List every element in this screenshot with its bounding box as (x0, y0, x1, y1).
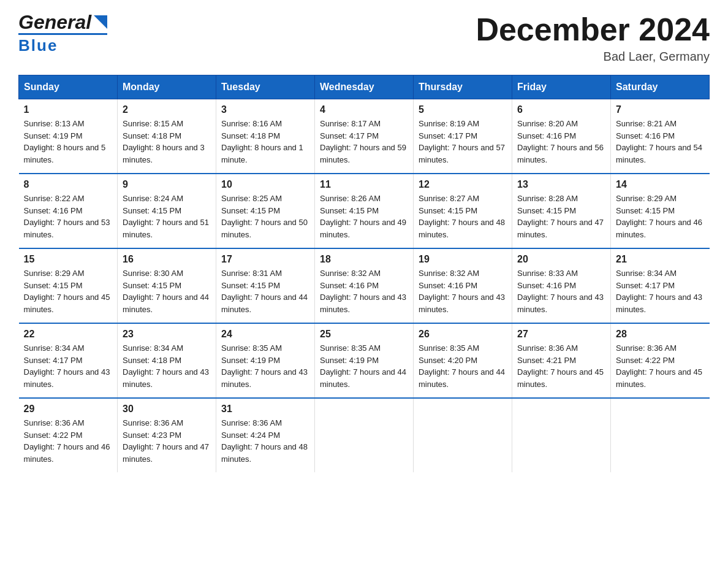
day-cell: 3Sunrise: 8:16 AMSunset: 4:18 PMDaylight… (216, 99, 315, 174)
header-sunday: Sunday (19, 75, 118, 99)
day-number: 17 (221, 254, 309, 265)
day-number: 29 (24, 404, 113, 415)
day-cell: 31Sunrise: 8:36 AMSunset: 4:24 PMDayligh… (216, 398, 315, 472)
day-info: Sunrise: 8:15 AMSunset: 4:18 PMDaylight:… (123, 118, 211, 166)
day-cell: 22Sunrise: 8:34 AMSunset: 4:17 PMDayligh… (19, 323, 118, 398)
day-cell: 2Sunrise: 8:15 AMSunset: 4:18 PMDaylight… (118, 99, 216, 174)
day-info: Sunrise: 8:36 AMSunset: 4:21 PMDaylight:… (517, 342, 605, 390)
day-cell (315, 398, 414, 472)
week-row-5: 29Sunrise: 8:36 AMSunset: 4:22 PMDayligh… (19, 398, 710, 472)
day-info: Sunrise: 8:20 AMSunset: 4:16 PMDaylight:… (517, 118, 605, 166)
day-cell: 11Sunrise: 8:26 AMSunset: 4:15 PMDayligh… (315, 174, 414, 248)
page-header: General Blue December 2024 Bad Laer, Ger… (18, 12, 710, 64)
day-number: 21 (616, 254, 705, 265)
day-number: 9 (123, 179, 211, 190)
day-info: Sunrise: 8:26 AMSunset: 4:15 PMDaylight:… (320, 193, 408, 240)
day-cell (512, 398, 611, 472)
day-number: 10 (221, 179, 309, 190)
day-cell: 5Sunrise: 8:19 AMSunset: 4:17 PMDaylight… (414, 99, 512, 174)
day-cell: 7Sunrise: 8:21 AMSunset: 4:16 PMDaylight… (611, 99, 710, 174)
day-number: 25 (320, 329, 408, 340)
day-number: 31 (221, 404, 309, 415)
day-cell: 6Sunrise: 8:20 AMSunset: 4:16 PMDaylight… (512, 99, 611, 174)
day-number: 24 (221, 329, 309, 340)
day-cell: 30Sunrise: 8:36 AMSunset: 4:23 PMDayligh… (118, 398, 216, 472)
header-tuesday: Tuesday (216, 75, 315, 99)
day-cell: 29Sunrise: 8:36 AMSunset: 4:22 PMDayligh… (19, 398, 118, 472)
day-info: Sunrise: 8:24 AMSunset: 4:15 PMDaylight:… (123, 193, 211, 240)
calendar-table: SundayMondayTuesdayWednesdayThursdayFrid… (18, 75, 710, 472)
day-cell: 28Sunrise: 8:36 AMSunset: 4:22 PMDayligh… (611, 323, 710, 398)
month-title: December 2024 (476, 12, 710, 47)
day-info: Sunrise: 8:28 AMSunset: 4:15 PMDaylight:… (517, 193, 605, 240)
day-number: 18 (320, 254, 408, 265)
header-saturday: Saturday (611, 75, 710, 99)
title-block: December 2024 Bad Laer, Germany (476, 12, 710, 64)
day-cell: 1Sunrise: 8:13 AMSunset: 4:19 PMDaylight… (19, 99, 118, 174)
day-number: 22 (24, 329, 113, 340)
day-info: Sunrise: 8:25 AMSunset: 4:15 PMDaylight:… (221, 193, 309, 240)
day-cell: 23Sunrise: 8:34 AMSunset: 4:18 PMDayligh… (118, 323, 216, 398)
day-info: Sunrise: 8:34 AMSunset: 4:17 PMDaylight:… (24, 342, 113, 390)
day-info: Sunrise: 8:22 AMSunset: 4:16 PMDaylight:… (24, 193, 113, 240)
day-number: 5 (419, 104, 507, 115)
day-number: 23 (123, 329, 211, 340)
day-number: 30 (123, 404, 211, 415)
day-number: 6 (517, 104, 605, 115)
header-friday: Friday (512, 75, 611, 99)
logo-blue: Blue (18, 36, 58, 55)
day-number: 7 (616, 104, 705, 115)
day-cell: 12Sunrise: 8:27 AMSunset: 4:15 PMDayligh… (414, 174, 512, 248)
day-cell: 21Sunrise: 8:34 AMSunset: 4:17 PMDayligh… (611, 248, 710, 323)
day-cell: 18Sunrise: 8:32 AMSunset: 4:16 PMDayligh… (315, 248, 414, 323)
logo-general: General (18, 12, 91, 32)
day-cell: 24Sunrise: 8:35 AMSunset: 4:19 PMDayligh… (216, 323, 315, 398)
day-info: Sunrise: 8:32 AMSunset: 4:16 PMDaylight:… (419, 267, 507, 315)
day-cell: 10Sunrise: 8:25 AMSunset: 4:15 PMDayligh… (216, 174, 315, 248)
day-number: 3 (221, 104, 309, 115)
header-monday: Monday (118, 75, 216, 99)
day-number: 2 (123, 104, 211, 115)
day-cell: 26Sunrise: 8:35 AMSunset: 4:20 PMDayligh… (414, 323, 512, 398)
day-number: 16 (123, 254, 211, 265)
day-cell: 27Sunrise: 8:36 AMSunset: 4:21 PMDayligh… (512, 323, 611, 398)
day-cell: 14Sunrise: 8:29 AMSunset: 4:15 PMDayligh… (611, 174, 710, 248)
day-number: 8 (24, 179, 113, 190)
logo-divider (18, 33, 107, 35)
day-info: Sunrise: 8:34 AMSunset: 4:18 PMDaylight:… (123, 342, 211, 390)
day-cell: 17Sunrise: 8:31 AMSunset: 4:15 PMDayligh… (216, 248, 315, 323)
logo-flag-icon (94, 15, 107, 29)
day-number: 1 (24, 104, 113, 115)
header-wednesday: Wednesday (315, 75, 414, 99)
day-info: Sunrise: 8:13 AMSunset: 4:19 PMDaylight:… (24, 118, 113, 166)
day-cell: 16Sunrise: 8:30 AMSunset: 4:15 PMDayligh… (118, 248, 216, 323)
day-number: 15 (24, 254, 113, 265)
day-info: Sunrise: 8:36 AMSunset: 4:22 PMDaylight:… (616, 342, 705, 390)
day-info: Sunrise: 8:33 AMSunset: 4:16 PMDaylight:… (517, 267, 605, 315)
day-cell: 9Sunrise: 8:24 AMSunset: 4:15 PMDaylight… (118, 174, 216, 248)
day-info: Sunrise: 8:35 AMSunset: 4:19 PMDaylight:… (221, 342, 309, 390)
logo: General Blue (18, 12, 107, 55)
day-number: 26 (419, 329, 507, 340)
day-info: Sunrise: 8:19 AMSunset: 4:17 PMDaylight:… (419, 118, 507, 166)
week-row-3: 15Sunrise: 8:29 AMSunset: 4:15 PMDayligh… (19, 248, 710, 323)
day-info: Sunrise: 8:31 AMSunset: 4:15 PMDaylight:… (221, 267, 309, 315)
day-cell: 13Sunrise: 8:28 AMSunset: 4:15 PMDayligh… (512, 174, 611, 248)
header-thursday: Thursday (414, 75, 512, 99)
day-info: Sunrise: 8:17 AMSunset: 4:17 PMDaylight:… (320, 118, 408, 166)
day-cell (611, 398, 710, 472)
day-number: 12 (419, 179, 507, 190)
day-cell: 20Sunrise: 8:33 AMSunset: 4:16 PMDayligh… (512, 248, 611, 323)
calendar-header-row: SundayMondayTuesdayWednesdayThursdayFrid… (19, 75, 710, 99)
day-info: Sunrise: 8:36 AMSunset: 4:24 PMDaylight:… (221, 417, 309, 465)
day-cell: 8Sunrise: 8:22 AMSunset: 4:16 PMDaylight… (19, 174, 118, 248)
day-number: 20 (517, 254, 605, 265)
day-info: Sunrise: 8:35 AMSunset: 4:19 PMDaylight:… (320, 342, 408, 390)
day-cell (414, 398, 512, 472)
day-number: 4 (320, 104, 408, 115)
day-number: 13 (517, 179, 605, 190)
day-number: 19 (419, 254, 507, 265)
day-cell: 25Sunrise: 8:35 AMSunset: 4:19 PMDayligh… (315, 323, 414, 398)
week-row-2: 8Sunrise: 8:22 AMSunset: 4:16 PMDaylight… (19, 174, 710, 248)
week-row-4: 22Sunrise: 8:34 AMSunset: 4:17 PMDayligh… (19, 323, 710, 398)
